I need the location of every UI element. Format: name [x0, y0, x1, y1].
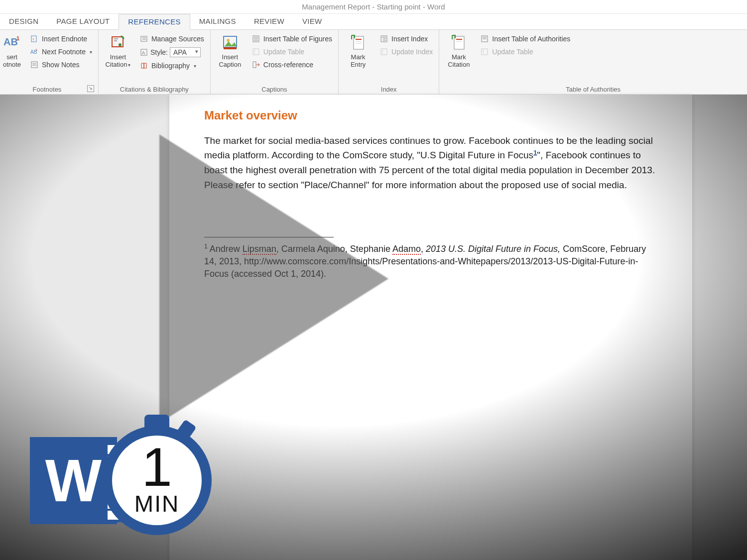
- group-captions: Insert Caption Insert Table of Figures !…: [211, 30, 339, 94]
- svg-text:!: !: [483, 49, 484, 55]
- footnote-separator: [204, 237, 334, 237]
- svg-text:!: !: [382, 49, 383, 55]
- tab-view[interactable]: VIEW: [293, 14, 331, 29]
- insert-toa-button[interactable]: Insert Table of Authorities: [478, 34, 572, 44]
- update-table-icon: !: [251, 47, 260, 56]
- show-notes-button[interactable]: Show Notes: [28, 60, 94, 70]
- svg-text:1: 1: [36, 48, 38, 51]
- svg-text:!: !: [254, 49, 255, 55]
- svg-text:AB: AB: [3, 36, 18, 47]
- dropdown-icon: ▾: [194, 63, 196, 69]
- group-label-toa: Table of Authorities: [443, 85, 743, 93]
- update-table-button[interactable]: ! Update Table: [249, 47, 334, 57]
- style-icon: A: [139, 48, 148, 57]
- group-label-citations: Citations & Bibliography: [103, 85, 206, 93]
- insert-citation-button[interactable]: Insert Citation▾: [103, 32, 133, 71]
- group-label-footnotes: Footnotes ↘: [0, 85, 94, 93]
- group-citations: Insert Citation▾ Manage Sources A Style:…: [99, 30, 211, 94]
- group-label-captions: Captions: [215, 85, 334, 93]
- video-badge: W 1 MIN: [30, 426, 212, 535]
- update-index-icon: !: [379, 47, 388, 56]
- cross-reference-button[interactable]: Cross-reference: [249, 60, 334, 70]
- show-notes-icon: [30, 60, 39, 69]
- insert-table-figures-button[interactable]: Insert Table of Figures: [249, 34, 334, 44]
- mark-entry-button[interactable]: Mark Entry: [343, 32, 374, 71]
- spellcheck-squiggle: Lipsman: [243, 244, 276, 255]
- tof-icon: [251, 34, 260, 43]
- svg-rect-11: [141, 36, 147, 41]
- svg-point-17: [227, 39, 230, 42]
- svg-text:A: A: [142, 50, 145, 55]
- svg-text:i: i: [33, 37, 34, 41]
- svg-rect-25: [253, 62, 256, 68]
- insert-index-button[interactable]: Insert Index: [377, 34, 435, 44]
- citation-style-select[interactable]: APA: [170, 47, 201, 57]
- update-toa-icon: !: [480, 47, 489, 56]
- spellcheck-squiggle: Adamo: [392, 244, 421, 255]
- duration-unit: MIN: [134, 490, 179, 517]
- insert-footnote-button[interactable]: AB1 sert otnote: [0, 32, 24, 71]
- group-index: Mark Entry Insert Index ! Update Index I…: [339, 30, 439, 94]
- insert-caption-button[interactable]: Insert Caption: [215, 32, 246, 71]
- tab-references[interactable]: REFERENCES: [119, 14, 190, 30]
- tab-design[interactable]: DESIGN: [0, 14, 47, 29]
- ribbon: AB1 sert otnote i Insert Endnote AB1 Nex…: [0, 30, 747, 95]
- dropdown-icon: ▾: [90, 49, 92, 55]
- tab-review[interactable]: REVIEW: [245, 14, 293, 29]
- group-label-index: Index: [343, 85, 435, 93]
- next-footnote-icon: AB1: [30, 47, 39, 56]
- bibliography-button[interactable]: Bibliography ▾: [137, 61, 206, 71]
- toa-icon: [480, 34, 489, 43]
- duration-number: 1: [141, 444, 172, 490]
- title-bar: Management Report - Starting point - Wor…: [0, 0, 747, 14]
- update-toa-button[interactable]: ! Update Table: [478, 47, 572, 57]
- stopwatch-icon: 1 MIN: [102, 426, 212, 535]
- endnote-icon: i: [30, 34, 39, 43]
- svg-rect-2: [31, 36, 36, 42]
- insert-index-icon: [379, 34, 388, 43]
- body-paragraph[interactable]: The market for social media-based servic…: [204, 133, 657, 192]
- document-area[interactable]: Market overview The market for social me…: [0, 95, 747, 560]
- svg-point-10: [119, 43, 122, 46]
- insert-endnote-button[interactable]: i Insert Endnote: [28, 34, 94, 44]
- mark-citation-button[interactable]: Mark Citation: [443, 32, 474, 71]
- tab-page-layout[interactable]: PAGE LAYOUT: [47, 14, 119, 29]
- document-page[interactable]: Market overview The market for social me…: [169, 95, 692, 560]
- group-footnotes: AB1 sert otnote i Insert Endnote AB1 Nex…: [0, 30, 99, 94]
- citation-icon: [109, 34, 127, 52]
- mark-entry-icon: [349, 34, 367, 52]
- footnote-text[interactable]: 1 Andrew Lipsman, Carmela Aquino, Stepha…: [204, 242, 657, 281]
- caption-icon: [221, 34, 239, 52]
- tab-mailings[interactable]: MAILINGS: [190, 14, 245, 29]
- group-toa: Mark Citation Insert Table of Authoritie…: [439, 30, 747, 94]
- cross-ref-icon: [251, 60, 260, 69]
- update-index-button[interactable]: ! Update Index: [377, 47, 435, 57]
- bibliography-icon: [139, 61, 148, 70]
- svg-rect-18: [224, 47, 237, 49]
- next-footnote-button[interactable]: AB1 Next Footnote ▾: [28, 47, 94, 57]
- ribbon-tabs: DESIGN PAGE LAYOUT REFERENCES MAILINGS R…: [0, 14, 747, 30]
- manage-sources-button[interactable]: Manage Sources: [137, 34, 206, 44]
- mark-citation-icon: [450, 34, 468, 52]
- footnotes-dialog-launcher[interactable]: ↘: [87, 85, 94, 92]
- heading-market-overview[interactable]: Market overview: [204, 109, 657, 122]
- svg-text:1: 1: [16, 35, 19, 41]
- svg-rect-6: [31, 62, 37, 68]
- window-title: Management Report - Starting point - Wor…: [302, 2, 445, 11]
- citation-style-row: A Style: APA: [137, 47, 206, 58]
- manage-sources-icon: [139, 34, 148, 43]
- footnote-icon: AB1: [3, 34, 21, 52]
